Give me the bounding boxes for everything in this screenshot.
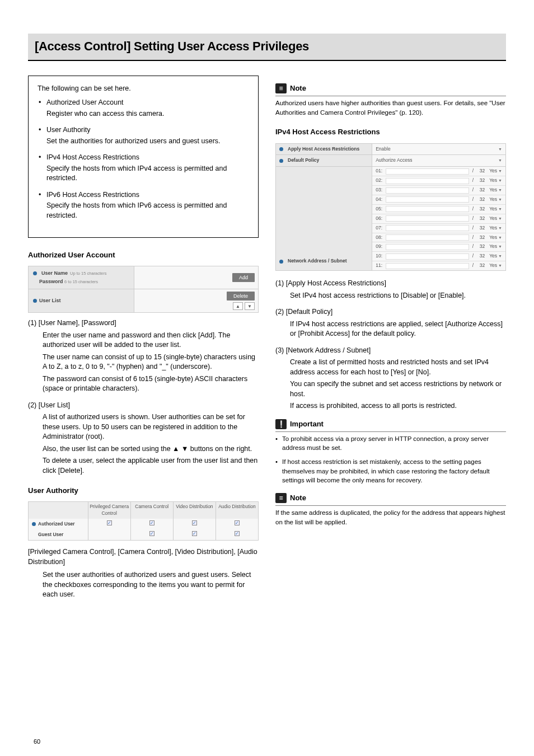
chevron-down-icon: ▼ xyxy=(498,253,502,259)
desc-item: (2) [User List] A list of authorized use… xyxy=(28,401,259,476)
host-subnet[interactable]: 32 xyxy=(475,243,485,250)
ss-userlist-label: User List xyxy=(39,297,61,304)
host-yesno[interactable]: Yes xyxy=(489,168,497,175)
info-dot-icon xyxy=(33,299,37,303)
screenshot-user-authority: Privileged Camera Control Camera Control… xyxy=(28,501,259,541)
desc-para: If IPv4 host access restrictions are app… xyxy=(290,320,506,339)
slash: / xyxy=(472,206,474,213)
important-bullet: To prohibit access via a proxy server in… xyxy=(275,434,506,453)
delete-button[interactable]: Delete xyxy=(227,292,255,301)
host-subnet[interactable]: 32 xyxy=(475,253,485,260)
note-callout: ≡ Note xyxy=(275,493,506,506)
host-subnet[interactable]: 32 xyxy=(475,225,485,232)
host-address-input[interactable] xyxy=(386,178,469,184)
intro-item-head: IPv6 Host Access Restrictions xyxy=(46,190,249,200)
screenshot-authorized-user-account: User Name Up to 15 characters Password 6… xyxy=(28,266,259,313)
desc-para: The password can consist of 6 to15 (sing… xyxy=(43,374,259,394)
ss-username-label: User Name xyxy=(41,270,68,277)
host-subnet[interactable]: 32 xyxy=(475,215,485,222)
info-dot-icon xyxy=(32,522,36,526)
screenshot-ipv4-restrictions: Apply Host Access Restrictions Enable▼ D… xyxy=(275,143,506,271)
host-row-index: 07: xyxy=(376,225,386,232)
host-address-input[interactable] xyxy=(386,244,469,250)
host-address-input[interactable] xyxy=(386,168,469,175)
host-subnet[interactable]: 32 xyxy=(475,187,485,194)
ua-row-label: Guest User xyxy=(38,532,63,538)
host-address-input[interactable] xyxy=(386,225,469,231)
host-yesno[interactable]: Yes xyxy=(489,215,497,222)
host-subnet[interactable]: 32 xyxy=(475,196,485,203)
host-address-input[interactable] xyxy=(386,263,469,269)
checkbox-icon[interactable] xyxy=(235,531,240,536)
host-address-input[interactable] xyxy=(386,215,469,222)
important-icon: ❕ xyxy=(275,419,287,429)
ua-col-head: Privileged Camera Control xyxy=(88,502,131,519)
host-subnet[interactable]: 32 xyxy=(475,234,485,241)
host-address-input[interactable] xyxy=(386,187,469,194)
note-callout: ≡ Note xyxy=(275,83,506,96)
host-subnet[interactable]: 32 xyxy=(475,168,485,175)
move-down-button[interactable]: ▼ xyxy=(245,302,255,310)
ss-password-label: Password xyxy=(39,279,63,284)
intro-item-head: Authorized User Account xyxy=(46,98,249,108)
chevron-down-icon: ▼ xyxy=(498,178,502,184)
desc-para: To delete a user, select the applicable … xyxy=(43,456,259,476)
host-row-index: 10: xyxy=(376,253,386,260)
host-yesno[interactable]: Yes xyxy=(489,177,497,184)
chevron-down-icon: ▼ xyxy=(498,235,502,241)
authorized-user-items: (1) [User Name], [Password] Enter the us… xyxy=(28,318,259,476)
checkbox-icon[interactable] xyxy=(192,531,197,536)
info-dot-icon xyxy=(279,260,283,264)
host-subnet[interactable]: 32 xyxy=(475,177,485,184)
important-bullet: If host access restriction is set mistak… xyxy=(275,457,506,485)
host-row: 01:/32Yes▼ xyxy=(372,167,505,176)
ua-col-head: Video Distribution xyxy=(174,502,216,519)
hr-row2-value[interactable]: Authorize Access xyxy=(376,157,412,164)
host-row: 09:/32Yes▼ xyxy=(372,242,505,252)
host-yesno[interactable]: Yes xyxy=(489,262,497,269)
chevron-down-icon: ▼ xyxy=(498,187,502,193)
ua-item-title: [Privileged Camera Control], [Camera Con… xyxy=(28,547,259,567)
host-row-index: 08: xyxy=(376,234,386,241)
host-row: 11:/32Yes▼ xyxy=(372,261,505,270)
checkbox-icon[interactable] xyxy=(192,520,197,525)
desc-para: Set IPv4 host access restrictions to [Di… xyxy=(290,291,506,301)
checkbox-icon[interactable] xyxy=(107,520,112,525)
intro-item-desc: Register who can access this camera. xyxy=(46,109,249,119)
desc-item: (3) [Network Address / Subnet] Create a … xyxy=(275,346,506,411)
host-row: 05:/32Yes▼ xyxy=(372,205,505,214)
section-heading-authorized-user-account: Authorized User Account xyxy=(28,250,259,260)
checkbox-icon[interactable] xyxy=(149,520,154,525)
host-yesno[interactable]: Yes xyxy=(489,206,497,213)
desc-item-title: (1) [Apply Host Access Restrictions] xyxy=(275,279,506,289)
host-row: 08:/32Yes▼ xyxy=(372,233,505,243)
host-subnet[interactable]: 32 xyxy=(475,262,485,269)
host-subnet[interactable]: 32 xyxy=(475,206,485,213)
host-address-input[interactable] xyxy=(386,234,469,241)
host-row-index: 01: xyxy=(376,168,386,175)
host-yesno[interactable]: Yes xyxy=(489,225,497,232)
host-address-input[interactable] xyxy=(386,206,469,212)
host-address-input[interactable] xyxy=(386,253,469,260)
chevron-down-icon: ▼ xyxy=(498,168,502,174)
hr-row1-value[interactable]: Enable xyxy=(376,146,390,153)
checkbox-icon[interactable] xyxy=(149,531,154,536)
desc-para: A list of authorized users is shown. Use… xyxy=(43,412,259,442)
add-button[interactable]: Add xyxy=(232,273,255,283)
important-callout: ❕ Important xyxy=(275,419,506,432)
host-yesno[interactable]: Yes xyxy=(489,196,497,203)
host-address-input[interactable] xyxy=(386,196,469,203)
info-dot-icon xyxy=(279,159,283,163)
host-yesno[interactable]: Yes xyxy=(489,253,497,260)
chevron-down-icon: ▼ xyxy=(498,226,502,231)
checkbox-icon[interactable] xyxy=(235,520,240,525)
host-yesno[interactable]: Yes xyxy=(489,187,497,194)
hr-row1-label: Apply Host Access Restrictions xyxy=(288,146,359,153)
host-yesno[interactable]: Yes xyxy=(489,234,497,241)
host-yesno[interactable]: Yes xyxy=(489,243,497,250)
move-up-button[interactable]: ▲ xyxy=(233,302,243,310)
desc-para: If access is prohibited, access to all p… xyxy=(290,401,506,411)
desc-para: Create a list of permitted hosts and res… xyxy=(290,358,506,377)
important-label: Important xyxy=(290,419,324,429)
intro-item: User Authority Set the authorities for a… xyxy=(38,125,249,146)
